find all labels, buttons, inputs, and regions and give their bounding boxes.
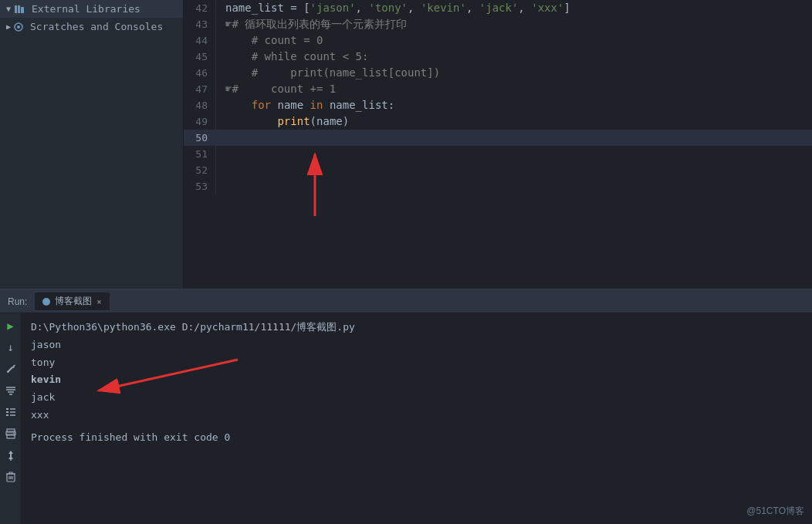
svg-rect-0 [15, 5, 17, 13]
line-content-49: print(name) [216, 113, 812, 130]
code-line-42: 42 name_list = ['jason', 'tony', 'kevin'… [184, 0, 812, 16]
svg-point-8 [7, 370, 8, 372]
expand-arrow-icon: ▼ [6, 5, 11, 13]
code-line-47: 47 ☛# count += 1 [184, 81, 812, 97]
code-line-43: 43 ☛# 循环取出列表的每一个元素并打印 [184, 16, 812, 32]
run-tab-name: 博客截图 [55, 295, 92, 308]
line-num-53: 53 [184, 178, 216, 194]
output-kevin: kevin [31, 372, 803, 388]
line-num-44: 44 [184, 32, 216, 49]
run-sidebar: ▶ ↓ [0, 313, 22, 524]
code-line-53: 53 [184, 178, 812, 194]
line-num-51: 51 [184, 146, 216, 162]
sidebar-item-external-libraries[interactable]: ▼ External Libraries [0, 0, 183, 18]
line-num-45: 45 [184, 49, 216, 65]
code-line-50: 50 [184, 130, 812, 146]
play-button[interactable]: ▶ [3, 318, 19, 333]
run-label: Run: [8, 296, 27, 307]
scratches-icon [14, 22, 26, 32]
line-num-42: 42 [184, 0, 216, 16]
svg-point-4 [17, 25, 20, 29]
line-num-43: 43 [184, 16, 216, 32]
code-line-44: 44 # count = 0 [184, 32, 812, 49]
run-header: Run: 博客截图 × [0, 290, 812, 313]
line-num-50: 50 [184, 130, 216, 146]
code-line-48: 48 for name in name_list: [184, 97, 812, 113]
list-icon[interactable] [3, 404, 19, 420]
expand-arrow-scratches-icon: ▶ [6, 22, 11, 31]
svg-rect-2 [21, 7, 24, 13]
code-line-45: 45 # while count < 5: [184, 49, 812, 65]
output-tony: tony [31, 355, 803, 371]
editor-area[interactable]: 42 name_list = ['jason', 'tony', 'kevin'… [184, 0, 812, 289]
run-tab[interactable]: 博客截图 × [35, 292, 109, 310]
scratches-label: Scratches and Consoles [30, 21, 163, 32]
tab-python-icon [42, 298, 50, 306]
sidebar: ▼ External Libraries ▶ Scratches and Con… [0, 0, 184, 289]
filter-lines-icon[interactable] [3, 383, 19, 398]
main-container: ▼ External Libraries ▶ Scratches and Con… [0, 0, 812, 289]
line-num-49: 49 [184, 113, 216, 130]
line-content-51 [216, 146, 812, 162]
line-content-46: # print(name_list[count]) [216, 65, 812, 81]
close-tab-button[interactable]: × [96, 297, 101, 306]
line-content-48: for name in name_list: [216, 97, 812, 113]
output-jack: jack [31, 390, 803, 406]
run-command-line: D:\Python36\python36.exe D:/pycharm11/11… [31, 321, 355, 333]
line-content-42: name_list = ['jason', 'tony', 'kevin', '… [216, 0, 812, 16]
delete-icon[interactable] [3, 469, 19, 485]
external-libraries-label: External Libraries [32, 3, 140, 15]
code-line-49: 49 print(name) [184, 113, 812, 130]
wrench-icon[interactable] [3, 361, 19, 377]
code-line-51: 51 [184, 146, 812, 162]
run-output: D:\Python36\python36.exe D:/pycharm11/11… [22, 313, 812, 452]
library-icon [14, 3, 28, 15]
line-num-46: 46 [184, 65, 216, 81]
svg-rect-13 [6, 408, 8, 410]
print-icon[interactable] [3, 426, 19, 441]
line-content-52 [216, 162, 812, 178]
scroll-down-icon[interactable]: ↓ [3, 340, 19, 355]
line-content-44: # count = 0 [216, 32, 812, 49]
svg-rect-15 [6, 411, 8, 413]
watermark: @51CTO博客 [746, 505, 804, 518]
line-num-47: 47 [184, 81, 216, 97]
run-body: ▶ ↓ [0, 313, 812, 524]
svg-rect-1 [18, 5, 20, 13]
line-content-50 [216, 130, 812, 146]
run-panel: Run: 博客截图 × ▶ ↓ [0, 289, 812, 524]
line-content-53 [216, 178, 812, 194]
pin-icon[interactable] [3, 448, 19, 463]
line-content-43: ☛# 循环取出列表的每一个元素并打印 [216, 16, 812, 32]
output-xxx: xxx [31, 407, 803, 424]
line-content-47: ☛# count += 1 [216, 81, 812, 97]
code-line-46: 46 # print(name_list[count]) [184, 65, 812, 81]
svg-point-22 [13, 433, 15, 434]
line-num-48: 48 [184, 97, 216, 113]
sidebar-item-scratches[interactable]: ▶ Scratches and Consoles [0, 18, 183, 35]
code-line-52: 52 [184, 162, 812, 178]
svg-rect-17 [6, 414, 8, 416]
line-content-45: # while count < 5: [216, 49, 812, 65]
line-num-52: 52 [184, 162, 216, 178]
finish-line: Process finished with exit code 0 [31, 430, 803, 446]
output-jason: jason [31, 337, 803, 353]
code-content: 42 name_list = ['jason', 'tony', 'kevin'… [184, 0, 812, 194]
